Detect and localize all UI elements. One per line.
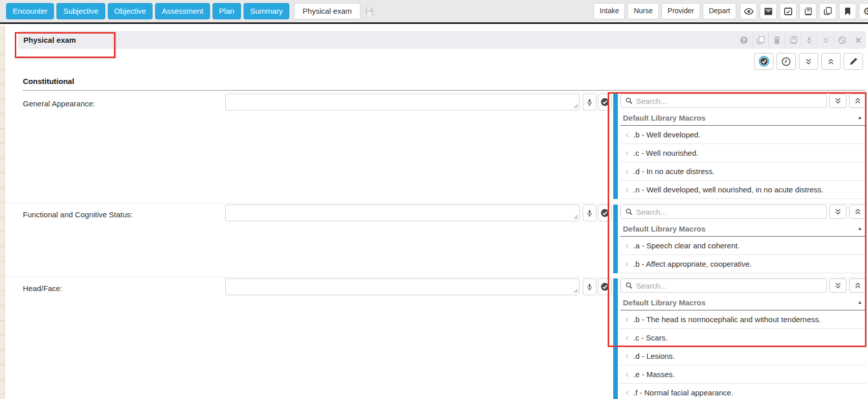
pencil-button[interactable] xyxy=(844,53,863,70)
clock-button[interactable] xyxy=(776,53,796,70)
macro-item[interactable]: ‹.b - Affect appropriate, cooperative. xyxy=(620,255,866,273)
mic-icon xyxy=(586,283,593,291)
collapse-triangle-icon[interactable]: ▲ xyxy=(857,300,862,305)
macro-item[interactable]: ‹.d - In no acute distress. xyxy=(620,162,866,181)
macro-item[interactable]: ‹.b - The head is normocephalic and with… xyxy=(620,310,866,329)
tab-assessment[interactable]: Assessment xyxy=(155,3,210,20)
macro-search-input[interactable] xyxy=(636,208,822,216)
macro-text: .d - In no acute distress. xyxy=(633,167,714,176)
confirm-button[interactable] xyxy=(598,278,612,295)
field-label: General Appearance: xyxy=(23,93,225,108)
exam-text-input[interactable] xyxy=(225,278,580,295)
page-title: Physical exam xyxy=(23,36,76,44)
macro-text: .b - Affect appropriate, cooperative. xyxy=(633,260,752,268)
dictate-button[interactable] xyxy=(583,94,596,110)
expand-all-macros-button[interactable] xyxy=(829,278,847,293)
expand-all-macros-button[interactable] xyxy=(829,205,847,219)
macro-item[interactable]: ‹.d - Lesions. xyxy=(620,347,866,365)
copy-header-button[interactable] xyxy=(752,31,768,49)
exam-text-input[interactable] xyxy=(225,205,580,221)
macro-group-header[interactable]: Default Library Macros ▲ xyxy=(620,221,866,237)
double-chevron-up-button[interactable] xyxy=(821,53,841,70)
book-button[interactable] xyxy=(799,3,817,19)
macro-text: .c - Scars. xyxy=(633,333,668,342)
macro-text: .c - Well nourished. xyxy=(633,149,698,157)
depart-button[interactable]: Depart xyxy=(703,3,736,19)
double-chevron-down-icon xyxy=(834,208,842,215)
expand-all-macros-button[interactable] xyxy=(829,94,847,108)
field-label: Head/Face: xyxy=(23,277,225,293)
calendar-check-button[interactable] xyxy=(780,3,797,19)
macro-text: .d - Lesions. xyxy=(633,352,675,360)
macro-item[interactable]: ‹.a - Speech clear and coherent. xyxy=(620,237,866,255)
archive-button[interactable] xyxy=(760,3,777,19)
textarea-wrap xyxy=(225,94,580,110)
textarea-wrap xyxy=(225,278,580,295)
bookmark-button[interactable] xyxy=(839,3,856,19)
book-header-button[interactable] xyxy=(785,31,801,49)
double-chevron-down-header-button[interactable] xyxy=(817,31,833,49)
collapse-all-macros-button[interactable] xyxy=(849,205,866,219)
copy-icon xyxy=(824,7,832,15)
macro-group-header[interactable]: Default Library Macros ▲ xyxy=(620,295,866,310)
mic-icon xyxy=(586,98,593,106)
double-chevron-up-icon xyxy=(827,58,834,65)
macro-search[interactable] xyxy=(620,278,827,293)
eye-button[interactable] xyxy=(740,3,757,19)
macro-item[interactable]: ‹.e - Masses. xyxy=(620,365,866,384)
macro-group-title: Default Library Macros xyxy=(623,298,857,307)
check-circle-ring-icon xyxy=(759,56,769,67)
double-chevron-down-button[interactable] xyxy=(799,53,818,70)
mic-icon xyxy=(586,209,593,217)
ban-header-button[interactable] xyxy=(833,31,850,49)
macro-item[interactable]: ‹.c - Well nourished. xyxy=(620,144,866,162)
macro-search-input[interactable] xyxy=(636,97,822,105)
macro-item[interactable]: ‹.c - Scars. xyxy=(620,329,866,347)
dictate-button[interactable] xyxy=(583,205,596,221)
macro-search-row xyxy=(620,277,866,295)
confirm-button[interactable] xyxy=(598,205,612,221)
tab-encounter[interactable]: Encounter xyxy=(6,3,54,20)
tab-objective[interactable]: Objective xyxy=(108,3,153,20)
macro-search[interactable] xyxy=(620,205,827,219)
tab-physical-exam[interactable]: Physical exam xyxy=(294,3,361,20)
top-navigation-bar: EncounterSubjectiveObjectiveAssessmentPl… xyxy=(0,0,868,24)
insert-left-angle-icon: ‹ xyxy=(625,240,628,250)
provider-button[interactable]: Provider xyxy=(662,3,700,19)
dictate-button[interactable] xyxy=(583,278,596,295)
confirm-button[interactable] xyxy=(598,94,612,110)
check-circle-ring-button[interactable] xyxy=(754,53,773,70)
macro-item[interactable]: ‹.f - Normal facial appearance. xyxy=(620,384,866,399)
save-icon[interactable] xyxy=(365,7,374,16)
close-header-button[interactable] xyxy=(850,31,866,49)
tab-plan[interactable]: Plan xyxy=(213,3,241,20)
insert-left-angle-icon: ‹ xyxy=(625,259,628,268)
macro-group-header[interactable]: Default Library Macros ▲ xyxy=(620,110,866,126)
macro-text: .a - Speech clear and coherent. xyxy=(633,241,739,250)
mic-header-button[interactable] xyxy=(801,31,817,49)
gear-button[interactable]: ⚙ xyxy=(859,3,868,19)
insert-left-angle-icon: ‹ xyxy=(625,148,628,157)
tab-summary[interactable]: Summary xyxy=(244,3,289,20)
tab-subjective[interactable]: Subjective xyxy=(56,3,105,20)
panel-accent-bar xyxy=(613,278,618,399)
macro-search[interactable] xyxy=(620,94,827,108)
macro-text: .n - Well developed, well nourished, in … xyxy=(633,185,823,194)
trash-header-button[interactable] xyxy=(768,31,785,49)
collapse-triangle-icon[interactable]: ▲ xyxy=(857,115,862,120)
help-header-button[interactable]: ? xyxy=(736,31,752,49)
check-circle-icon xyxy=(601,209,609,217)
collapse-triangle-icon[interactable]: ▲ xyxy=(857,226,862,231)
macro-item[interactable]: ‹.n - Well developed, well nourished, in… xyxy=(620,181,866,199)
intake-button[interactable]: Intake xyxy=(593,3,625,19)
copy-button[interactable] xyxy=(819,3,836,19)
macro-search-input[interactable] xyxy=(636,281,822,290)
left-ruler-strip xyxy=(0,25,5,399)
macro-item[interactable]: ‹.b - Well developed. xyxy=(620,126,866,144)
svg-text:?: ? xyxy=(742,37,745,43)
collapse-all-macros-button[interactable] xyxy=(849,278,866,293)
nurse-button[interactable]: Nurse xyxy=(627,3,659,19)
exam-text-input[interactable] xyxy=(225,94,580,110)
double-chevron-down-icon xyxy=(805,58,812,65)
collapse-all-macros-button[interactable] xyxy=(849,94,866,108)
